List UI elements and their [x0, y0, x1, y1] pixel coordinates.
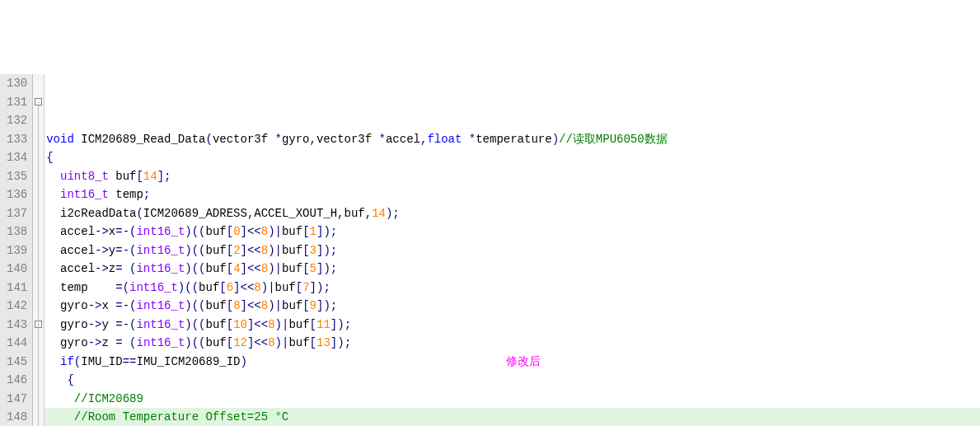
code-line[interactable]: gyro->y =-(int16_t)((buf[10]<<8)|buf[11]…	[45, 316, 980, 335]
code-line[interactable]: //ICM20689	[45, 390, 980, 409]
code-token: =	[115, 336, 129, 349]
code-token: )((	[185, 299, 205, 312]
code-token: (	[136, 207, 143, 220]
code-token: 8	[261, 225, 268, 238]
line-number: 137	[7, 204, 27, 223]
code-token: 4	[233, 262, 240, 275]
code-token: gyro	[46, 318, 87, 331]
code-token: //Room Temperature Offset=25 °C	[74, 410, 288, 424]
code-token: buf	[282, 225, 302, 238]
code-token: |	[275, 299, 282, 312]
code-token	[46, 355, 60, 368]
code-token: uint8_t	[60, 170, 109, 183]
code-token: )((	[185, 244, 205, 257]
code-token: buf	[282, 262, 302, 275]
code-token	[46, 392, 74, 405]
line-number: 144	[7, 334, 27, 353]
code-token: 0	[233, 225, 240, 238]
code-line[interactable]: accel->z= (int16_t)((buf[4]<<8)|buf[5]);	[45, 260, 980, 279]
code-token: ->	[95, 262, 109, 275]
code-token: )((	[185, 318, 205, 331]
code-token: ACCEL_XOUT_H	[254, 207, 337, 220]
code-token: ];	[157, 170, 171, 183]
code-line[interactable]: i2cReadData(ICM20689_ADRESS,ACCEL_XOUT_H…	[45, 204, 980, 223]
code-token: *	[275, 133, 282, 146]
code-line[interactable]: gyro->x =-(int16_t)((buf[8]<<8)|buf[9]);	[45, 297, 980, 316]
code-token: <<	[247, 299, 261, 312]
code-token: x	[101, 299, 115, 312]
line-number-gutter: 1301311321331341351361371381391401411421…	[0, 74, 33, 426]
code-token: )((	[185, 336, 205, 349]
code-token: ,	[365, 207, 372, 220]
code-token: <<	[247, 225, 261, 238]
line-number: 134	[7, 148, 27, 167]
code-token	[46, 170, 60, 183]
code-token: int16_t	[136, 318, 185, 331]
code-token: [	[302, 244, 309, 257]
code-line[interactable]: temp =(int16_t)((buf[6]<<8)|buf[7]);	[45, 279, 980, 297]
fold-margin[interactable]: --	[33, 74, 45, 426]
code-line[interactable]: accel->x=-(int16_t)((buf[0]<<8)|buf[1]);	[45, 222, 980, 241]
code-token: 14	[143, 170, 157, 183]
code-token: int16_t	[129, 281, 178, 294]
code-token: <<	[241, 281, 255, 294]
code-token: )((	[178, 281, 199, 294]
code-token: int16_t	[136, 244, 185, 257]
code-token: 9	[310, 299, 317, 312]
code-token: buf	[206, 244, 227, 257]
code-token: ->	[88, 299, 102, 312]
code-line[interactable]: accel->y=-(int16_t)((buf[2]<<8)|buf[3]);	[45, 241, 980, 260]
code-line[interactable]: gyro->z = (int16_t)((buf[12]<<8)|buf[13]…	[45, 334, 980, 353]
code-token: 14	[372, 207, 386, 220]
code-token: 8	[261, 244, 268, 257]
code-token: ICM20689_Read_Data	[81, 133, 205, 146]
code-line[interactable]: void ICM20689_Read_Data(vector3f *gyro,v…	[45, 130, 980, 149]
code-token: 8	[268, 336, 274, 349]
code-token: temp	[46, 281, 115, 294]
code-token: ]	[310, 281, 317, 294]
code-token: )	[323, 225, 330, 238]
line-number: 136	[7, 185, 27, 204]
code-token: 5	[310, 262, 317, 275]
code-token: buf	[206, 225, 227, 238]
code-token: <<	[254, 318, 268, 331]
code-token: accel	[46, 262, 95, 275]
code-token: int16_t	[136, 336, 185, 349]
line-number: 148	[7, 408, 27, 426]
code-token: int16_t	[60, 188, 109, 201]
code-line[interactable]: int16_t temp;	[45, 185, 980, 204]
code-token: {	[67, 373, 73, 386]
code-token: ;	[345, 318, 351, 331]
code-token: y	[109, 244, 115, 257]
code-token: [	[302, 225, 309, 238]
code-line[interactable]: uint8_t buf[14];	[45, 167, 980, 186]
code-token: accel	[46, 225, 95, 238]
code-line[interactable]: //Room Temperature Offset=25 °C	[45, 408, 980, 426]
code-token: int16_t	[136, 262, 185, 275]
code-area[interactable]: 修改后 void ICM20689_Read_Data(vector3f *gy…	[45, 74, 980, 426]
line-number: 135	[7, 167, 27, 186]
code-token: ;	[345, 336, 351, 349]
code-token: x	[109, 225, 115, 238]
code-token: void	[46, 133, 74, 146]
code-token: 8	[261, 299, 268, 312]
code-token: ]	[241, 262, 247, 275]
code-token: )	[552, 133, 559, 146]
code-token: [	[302, 262, 309, 275]
code-token: [	[227, 318, 233, 331]
code-line[interactable]: {	[45, 371, 980, 390]
code-token: 10	[233, 318, 247, 331]
code-token: buf	[345, 207, 365, 220]
code-editor[interactable]: 1301311321331341351361371381391401411421…	[0, 74, 980, 426]
code-line[interactable]: {	[45, 148, 980, 167]
fold-toggle[interactable]: -	[35, 98, 42, 105]
code-token: )	[323, 244, 330, 257]
code-token	[46, 373, 67, 386]
line-number: 145	[7, 353, 27, 372]
code-token: [	[302, 299, 309, 312]
code-token: ;	[331, 244, 337, 257]
code-token: [	[310, 318, 317, 331]
code-token: y	[101, 318, 115, 331]
line-number: 141	[7, 279, 27, 297]
code-token: ->	[88, 318, 102, 331]
